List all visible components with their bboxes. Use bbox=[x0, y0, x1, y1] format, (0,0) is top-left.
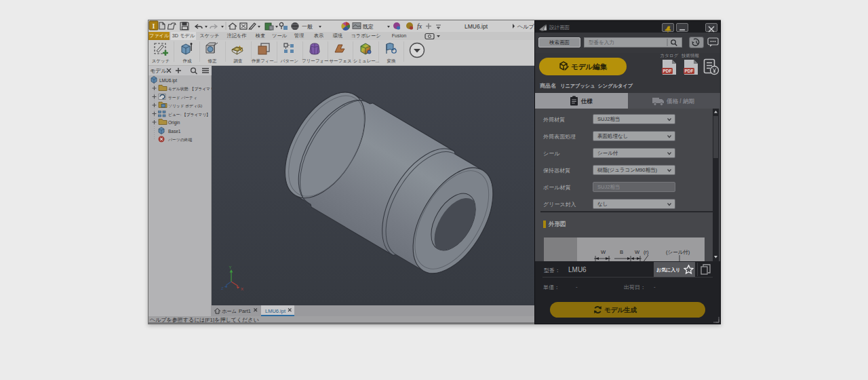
svg-text:一般: 一般 bbox=[302, 24, 313, 30]
svg-text:Part1: Part1 bbox=[239, 308, 251, 314]
svg-text:LMU6.ipt: LMU6.ipt bbox=[159, 78, 177, 83]
svg-text:Origin: Origin bbox=[168, 120, 180, 126]
svg-text:B: B bbox=[620, 249, 623, 255]
svg-text:PDF: PDF bbox=[685, 69, 694, 73]
svg-text:W: W bbox=[601, 249, 606, 255]
svg-text:Base1: Base1 bbox=[168, 129, 181, 134]
svg-text:ソリッド ボディ(1): ソリッド ボディ(1) bbox=[168, 104, 202, 108]
svg-text:I: I bbox=[153, 22, 155, 30]
svg-text:ホーム: ホーム bbox=[222, 308, 237, 314]
svg-text:ビュー: 【プライマリ】: ビュー: 【プライマリ】 bbox=[168, 113, 210, 117]
svg-text:Z: Z bbox=[221, 286, 224, 290]
svg-text:サード パーティ: サード パーティ bbox=[168, 96, 197, 100]
svg-text:W: W bbox=[635, 249, 640, 255]
svg-text:fx: fx bbox=[417, 22, 422, 30]
svg-text:パーツの終端: パーツの終端 bbox=[167, 138, 192, 142]
svg-text:LMU6.ipt: LMU6.ipt bbox=[465, 23, 488, 30]
svg-text:既定: 既定 bbox=[363, 24, 374, 30]
svg-text:Y: Y bbox=[229, 265, 232, 269]
svg-text:(r): (r) bbox=[644, 249, 649, 255]
svg-text:モデル状態: 【プライマリ】: モデル状態: 【プライマリ】 bbox=[168, 87, 212, 91]
svg-text:(シール付): (シール付) bbox=[666, 249, 690, 255]
svg-text:LMU6.ipt: LMU6.ipt bbox=[265, 308, 286, 314]
svg-text:PDF: PDF bbox=[663, 69, 672, 73]
svg-text:X: X bbox=[241, 287, 243, 291]
